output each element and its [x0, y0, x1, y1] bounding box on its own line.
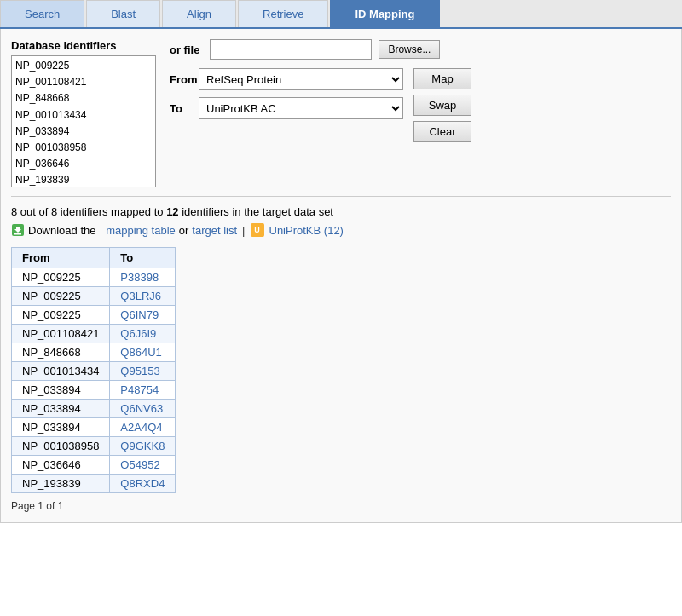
db-identifiers-block: Database identifiers NP_009225NP_0011084…: [11, 39, 156, 187]
to-cell[interactable]: P48754: [110, 381, 176, 400]
table-row: NP_848668 Q864U1: [12, 343, 176, 362]
table-row: NP_009225 Q3LRJ6: [12, 287, 176, 306]
to-cell[interactable]: P38398: [110, 268, 176, 287]
table-row: NP_001038958 Q9GKK8: [12, 437, 176, 456]
file-input[interactable]: [210, 39, 372, 60]
result-text-after: identifiers in the target data set: [179, 205, 333, 218]
download-icon: [11, 223, 25, 237]
target-list-link[interactable]: target list: [192, 224, 237, 237]
browse-button[interactable]: Browse...: [379, 40, 440, 59]
mapping-table: From To NP_009225 P38398 NP_009225 Q3LRJ…: [11, 247, 176, 493]
table-row: NP_009225 Q6IN79: [12, 306, 176, 325]
table-row: NP_033894 P48754: [12, 381, 176, 400]
tab-id-mapping[interactable]: ID Mapping: [330, 0, 439, 27]
to-cell[interactable]: A2A4Q4: [110, 418, 176, 437]
tab-search[interactable]: Search: [0, 0, 84, 27]
from-cell: NP_009225: [12, 268, 110, 287]
table-row: NP_001108421 Q6J6I9: [12, 325, 176, 343]
to-cell[interactable]: O54952: [110, 456, 176, 475]
tab-blast[interactable]: Blast: [86, 0, 160, 27]
or-file-label: or file: [170, 43, 199, 56]
col-header-to: To: [110, 248, 176, 268]
top-section: Database identifiers NP_009225NP_0011084…: [11, 39, 671, 187]
tab-align[interactable]: Align: [162, 0, 236, 27]
from-cell: NP_033894: [12, 381, 110, 400]
to-cell[interactable]: Q6NV63: [110, 400, 176, 418]
col-header-from: From: [12, 248, 110, 268]
from-label: From: [170, 73, 194, 86]
from-cell: NP_033894: [12, 400, 110, 418]
from-cell: NP_848668: [12, 343, 110, 362]
result-summary: 8 out of 8 identifiers mapped to 12 iden…: [11, 205, 671, 218]
uniprot-icon: U: [251, 223, 264, 237]
main-content: Database identifiers NP_009225NP_0011084…: [0, 29, 682, 523]
table-row: NP_009225 P38398: [12, 268, 176, 287]
clear-button[interactable]: Clear: [413, 121, 471, 142]
mapping-table-link[interactable]: mapping table: [106, 224, 176, 237]
to-cell[interactable]: Q9GKK8: [110, 437, 176, 456]
result-count: 12: [166, 205, 178, 218]
from-cell: NP_193839: [12, 475, 110, 493]
map-button[interactable]: Map: [413, 68, 471, 89]
table-row: NP_033894 Q6NV63: [12, 400, 176, 418]
download-row: Download the mapping table or target lis…: [11, 223, 671, 237]
from-cell: NP_001038958: [12, 437, 110, 456]
from-cell: NP_036646: [12, 456, 110, 475]
to-dropdown[interactable]: UniProtKB AC: [199, 97, 403, 119]
uniprot-link[interactable]: UniProtKB (12): [269, 224, 344, 237]
svg-rect-2: [14, 233, 21, 235]
to-cell[interactable]: Q95153: [110, 362, 176, 381]
from-cell: NP_009225: [12, 306, 110, 325]
db-identifiers-label: Database identifiers: [11, 39, 156, 52]
to-cell[interactable]: Q8RXD4: [110, 475, 176, 493]
from-cell: NP_001013434: [12, 362, 110, 381]
identifier-list[interactable]: NP_009225NP_001108421NP_848668NP_0010134…: [11, 55, 156, 187]
right-block: or file Browse... From RefSeq Protein To…: [170, 39, 671, 142]
table-row: NP_036646 O54952: [12, 456, 176, 475]
from-to-dropdowns: From RefSeq Protein To UniProtKB AC: [170, 68, 403, 119]
from-to-section: From RefSeq Protein To UniProtKB AC Map …: [170, 68, 671, 142]
result-text-before: 8 out of 8 identifiers mapped to: [11, 205, 166, 218]
from-dropdown[interactable]: RefSeq Protein: [199, 68, 403, 90]
action-buttons: Map Swap Clear: [413, 68, 471, 142]
table-row: NP_001013434 Q95153: [12, 362, 176, 381]
to-row: To UniProtKB AC: [170, 97, 403, 119]
to-label: To: [170, 102, 194, 115]
to-cell[interactable]: Q3LRJ6: [110, 287, 176, 306]
table-row: NP_193839 Q8RXD4: [12, 475, 176, 493]
divider: [11, 196, 671, 197]
download-text: Download the: [28, 224, 96, 237]
file-row: or file Browse...: [170, 39, 671, 60]
to-cell[interactable]: Q6J6I9: [110, 325, 176, 343]
from-row: From RefSeq Protein: [170, 68, 403, 90]
to-cell[interactable]: Q6IN79: [110, 306, 176, 325]
tab-retrieve[interactable]: Retrieve: [238, 0, 328, 27]
swap-button[interactable]: Swap: [413, 95, 471, 116]
from-cell: NP_033894: [12, 418, 110, 437]
or-text: or: [179, 224, 189, 237]
pipe: |: [242, 224, 245, 237]
tab-bar: Search Blast Align Retrieve ID Mapping: [0, 0, 682, 29]
table-row: NP_033894 A2A4Q4: [12, 418, 176, 437]
from-cell: NP_001108421: [12, 325, 110, 343]
from-cell: NP_009225: [12, 287, 110, 306]
to-cell[interactable]: Q864U1: [110, 343, 176, 362]
page-info: Page 1 of 1: [11, 500, 671, 512]
